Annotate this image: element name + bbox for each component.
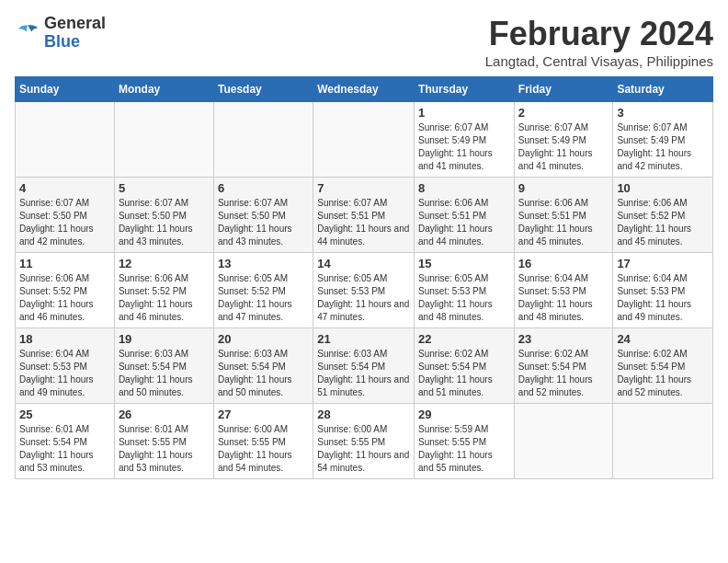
title-block: February 2024 Langtad, Central Visayas, …	[485, 15, 713, 69]
col-friday: Friday	[514, 77, 613, 102]
day-info: Sunrise: 6:02 AM Sunset: 5:54 PM Dayligh…	[518, 348, 609, 399]
day-info: Sunrise: 6:00 AM Sunset: 5:55 PM Dayligh…	[317, 423, 410, 475]
table-cell	[16, 102, 115, 178]
day-number: 8	[418, 181, 510, 195]
month-title: February 2024	[485, 15, 713, 53]
table-cell: 19Sunrise: 6:03 AM Sunset: 5:54 PM Dayli…	[114, 328, 213, 404]
table-cell: 12Sunrise: 6:06 AM Sunset: 5:52 PM Dayli…	[114, 253, 213, 328]
page-header: General Blue February 2024 Langtad, Cent…	[15, 15, 713, 69]
day-info: Sunrise: 6:07 AM Sunset: 5:50 PM Dayligh…	[119, 197, 210, 248]
day-info: Sunrise: 6:07 AM Sunset: 5:50 PM Dayligh…	[218, 197, 309, 248]
header-row: Sunday Monday Tuesday Wednesday Thursday…	[16, 77, 713, 102]
table-cell	[213, 102, 313, 178]
day-number: 4	[19, 181, 110, 195]
table-cell: 3Sunrise: 6:07 AM Sunset: 5:49 PM Daylig…	[613, 102, 713, 178]
day-number: 5	[119, 181, 210, 195]
day-number: 16	[518, 257, 609, 270]
day-info: Sunrise: 6:05 AM Sunset: 5:52 PM Dayligh…	[218, 272, 309, 324]
day-number: 3	[617, 106, 709, 120]
logo-blue: Blue	[44, 32, 80, 51]
table-cell: 28Sunrise: 6:00 AM Sunset: 5:55 PM Dayli…	[313, 404, 415, 479]
day-info: Sunrise: 6:07 AM Sunset: 5:50 PM Dayligh…	[19, 197, 110, 248]
day-number: 13	[218, 257, 309, 270]
col-wednesday: Wednesday	[313, 77, 415, 102]
day-info: Sunrise: 6:04 AM Sunset: 5:53 PM Dayligh…	[518, 272, 609, 324]
day-number: 12	[119, 257, 210, 270]
day-number: 11	[19, 257, 110, 270]
table-cell: 29Sunrise: 5:59 AM Sunset: 5:55 PM Dayli…	[415, 404, 515, 479]
day-number: 27	[218, 408, 309, 421]
day-number: 14	[317, 257, 410, 270]
col-sunday: Sunday	[16, 77, 115, 102]
table-cell	[613, 404, 713, 479]
table-cell: 21Sunrise: 6:03 AM Sunset: 5:54 PM Dayli…	[313, 328, 415, 404]
day-number: 18	[19, 332, 110, 346]
day-number: 25	[19, 408, 110, 421]
logo: General Blue	[15, 15, 106, 52]
table-cell: 16Sunrise: 6:04 AM Sunset: 5:53 PM Dayli…	[514, 253, 613, 328]
week-row-4: 18Sunrise: 6:04 AM Sunset: 5:53 PM Dayli…	[16, 328, 713, 404]
table-cell: 5Sunrise: 6:07 AM Sunset: 5:50 PM Daylig…	[114, 178, 213, 253]
table-cell	[514, 404, 613, 479]
day-number: 6	[218, 181, 309, 195]
day-number: 2	[518, 106, 609, 120]
day-info: Sunrise: 6:03 AM Sunset: 5:54 PM Dayligh…	[317, 348, 410, 399]
day-info: Sunrise: 6:02 AM Sunset: 5:54 PM Dayligh…	[617, 348, 709, 399]
day-info: Sunrise: 6:03 AM Sunset: 5:54 PM Dayligh…	[218, 348, 309, 399]
col-monday: Monday	[114, 77, 213, 102]
location-subtitle: Langtad, Central Visayas, Philippines	[485, 53, 713, 69]
table-cell	[114, 102, 213, 178]
table-cell: 6Sunrise: 6:07 AM Sunset: 5:50 PM Daylig…	[213, 178, 313, 253]
day-info: Sunrise: 6:05 AM Sunset: 5:53 PM Dayligh…	[418, 272, 510, 324]
table-cell: 8Sunrise: 6:06 AM Sunset: 5:51 PM Daylig…	[415, 178, 515, 253]
day-number: 17	[617, 257, 709, 270]
day-info: Sunrise: 6:07 AM Sunset: 5:51 PM Dayligh…	[317, 197, 410, 248]
week-row-3: 11Sunrise: 6:06 AM Sunset: 5:52 PM Dayli…	[16, 253, 713, 328]
day-info: Sunrise: 6:07 AM Sunset: 5:49 PM Dayligh…	[518, 121, 609, 173]
logo-text: General Blue	[44, 15, 106, 52]
day-number: 19	[119, 332, 210, 346]
day-info: Sunrise: 6:06 AM Sunset: 5:52 PM Dayligh…	[19, 272, 110, 324]
day-number: 1	[418, 106, 510, 120]
day-number: 24	[617, 332, 709, 346]
day-info: Sunrise: 6:06 AM Sunset: 5:52 PM Dayligh…	[617, 197, 709, 248]
day-number: 28	[317, 408, 410, 421]
day-number: 23	[518, 332, 609, 346]
table-cell: 10Sunrise: 6:06 AM Sunset: 5:52 PM Dayli…	[613, 178, 713, 253]
table-cell: 26Sunrise: 6:01 AM Sunset: 5:55 PM Dayli…	[114, 404, 213, 479]
calendar-table: Sunday Monday Tuesday Wednesday Thursday…	[15, 76, 713, 479]
day-info: Sunrise: 6:01 AM Sunset: 5:54 PM Dayligh…	[19, 423, 110, 475]
week-row-2: 4Sunrise: 6:07 AM Sunset: 5:50 PM Daylig…	[16, 178, 713, 253]
table-cell: 27Sunrise: 6:00 AM Sunset: 5:55 PM Dayli…	[213, 404, 313, 479]
table-cell: 18Sunrise: 6:04 AM Sunset: 5:53 PM Dayli…	[16, 328, 115, 404]
table-cell: 9Sunrise: 6:06 AM Sunset: 5:51 PM Daylig…	[514, 178, 613, 253]
day-info: Sunrise: 6:01 AM Sunset: 5:55 PM Dayligh…	[119, 423, 210, 475]
day-number: 21	[317, 332, 410, 346]
day-number: 7	[317, 181, 410, 195]
col-tuesday: Tuesday	[213, 77, 313, 102]
table-cell: 2Sunrise: 6:07 AM Sunset: 5:49 PM Daylig…	[514, 102, 613, 178]
table-cell: 24Sunrise: 6:02 AM Sunset: 5:54 PM Dayli…	[613, 328, 713, 404]
day-info: Sunrise: 5:59 AM Sunset: 5:55 PM Dayligh…	[418, 423, 510, 475]
col-thursday: Thursday	[415, 77, 515, 102]
day-info: Sunrise: 6:06 AM Sunset: 5:52 PM Dayligh…	[119, 272, 210, 324]
table-cell: 7Sunrise: 6:07 AM Sunset: 5:51 PM Daylig…	[313, 178, 415, 253]
table-cell: 14Sunrise: 6:05 AM Sunset: 5:53 PM Dayli…	[313, 253, 415, 328]
day-number: 26	[119, 408, 210, 421]
week-row-1: 1Sunrise: 6:07 AM Sunset: 5:49 PM Daylig…	[16, 102, 713, 178]
day-number: 9	[518, 181, 609, 195]
table-cell: 23Sunrise: 6:02 AM Sunset: 5:54 PM Dayli…	[514, 328, 613, 404]
day-info: Sunrise: 6:05 AM Sunset: 5:53 PM Dayligh…	[317, 272, 410, 324]
table-cell: 20Sunrise: 6:03 AM Sunset: 5:54 PM Dayli…	[213, 328, 313, 404]
day-info: Sunrise: 6:06 AM Sunset: 5:51 PM Dayligh…	[518, 197, 609, 248]
week-row-5: 25Sunrise: 6:01 AM Sunset: 5:54 PM Dayli…	[16, 404, 713, 479]
day-number: 29	[418, 408, 510, 421]
day-info: Sunrise: 6:02 AM Sunset: 5:54 PM Dayligh…	[418, 348, 510, 399]
table-cell: 22Sunrise: 6:02 AM Sunset: 5:54 PM Dayli…	[415, 328, 515, 404]
day-info: Sunrise: 6:06 AM Sunset: 5:51 PM Dayligh…	[418, 197, 510, 248]
day-info: Sunrise: 6:07 AM Sunset: 5:49 PM Dayligh…	[418, 121, 510, 173]
table-cell	[313, 102, 415, 178]
day-info: Sunrise: 6:03 AM Sunset: 5:54 PM Dayligh…	[119, 348, 210, 399]
logo-bird-icon	[15, 20, 40, 46]
table-cell: 17Sunrise: 6:04 AM Sunset: 5:53 PM Dayli…	[613, 253, 713, 328]
